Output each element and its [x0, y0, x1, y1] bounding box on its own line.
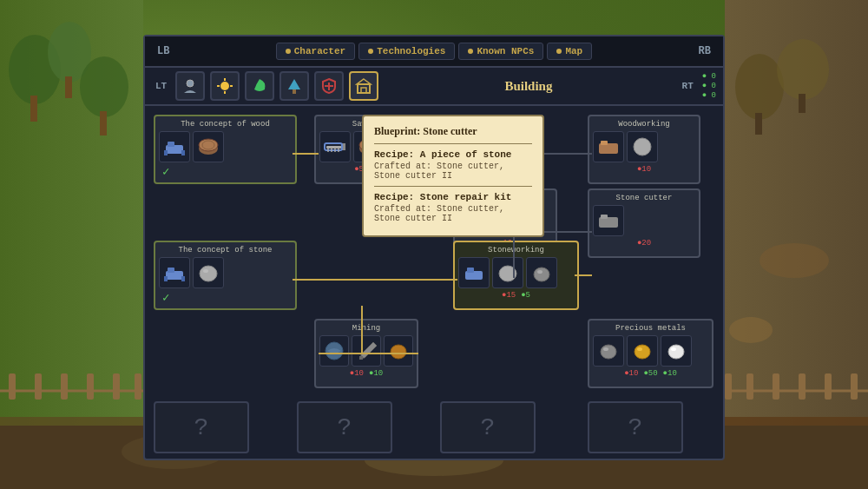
svg-point-77 — [200, 266, 217, 281]
svg-rect-58 — [181, 150, 185, 155]
svg-rect-17 — [799, 94, 806, 113]
svg-rect-2 — [30, 96, 37, 122]
stoneworking-item-1 — [458, 257, 490, 288]
svg-point-93 — [635, 345, 650, 359]
tab-character[interactable]: Character — [276, 43, 355, 60]
stone-item-1 — [159, 257, 190, 288]
svg-point-19 — [729, 317, 773, 343]
woodworking-title: Woodworking — [593, 120, 695, 129]
node-stoneworking[interactable]: Stoneworking — [453, 241, 579, 310]
svg-rect-10 — [61, 373, 68, 400]
stone-cutter-item-1 — [593, 205, 624, 236]
svg-point-94 — [637, 347, 642, 351]
lt-button[interactable]: LT — [152, 79, 170, 93]
svg-rect-11 — [87, 373, 94, 400]
woodworking-cost: ●10 — [593, 165, 695, 174]
world-right — [725, 0, 868, 489]
svg-rect-25 — [825, 373, 832, 400]
svg-rect-74 — [168, 268, 174, 273]
tab-map[interactable]: Map — [547, 43, 592, 60]
svg-rect-16 — [755, 113, 762, 135]
svg-rect-76 — [181, 276, 185, 281]
precious-item-2 — [627, 335, 658, 367]
stoneworking-cost: ●15 ●5 — [458, 291, 574, 300]
unknown-node-2[interactable]: ? — [297, 401, 392, 453]
woodworking-items — [593, 131, 695, 162]
precious-item-1 — [593, 335, 624, 367]
mining-cost: ●10 ●10 — [319, 369, 413, 378]
tooltip-recipe1-desc: Crafted at: Stone cutter, Stone cutter I… — [374, 162, 532, 181]
stoneworking-items — [458, 257, 574, 288]
svg-rect-13 — [135, 373, 141, 400]
mining-item-3 — [384, 335, 413, 367]
building-icon-btn[interactable] — [349, 71, 378, 101]
leaf-icon-btn[interactable] — [245, 71, 274, 101]
nav-lb[interactable]: LB — [152, 43, 174, 59]
tree-icon-btn[interactable] — [279, 71, 309, 101]
wood-item-1 — [159, 131, 190, 162]
svg-rect-26 — [851, 373, 858, 400]
svg-rect-42 — [358, 84, 370, 93]
tooltip-divider-2 — [374, 186, 532, 187]
svg-point-96 — [671, 347, 676, 351]
unknown-node-3[interactable]: ? — [440, 401, 536, 453]
tab-technologies[interactable]: Technologies — [358, 43, 455, 60]
stone-cutter-cost: ●20 — [593, 239, 695, 248]
woodworking-item-1 — [593, 131, 624, 162]
svg-point-83 — [537, 270, 542, 274]
svg-point-32 — [187, 80, 194, 87]
svg-rect-75 — [164, 276, 168, 281]
node-mining[interactable]: Mining — [314, 319, 418, 388]
svg-point-86 — [634, 138, 651, 155]
svg-point-18 — [760, 243, 829, 278]
svg-rect-24 — [799, 373, 806, 400]
main-panel: LB Character Technologies Known NPCs Map… — [143, 35, 725, 460]
svg-rect-12 — [113, 373, 120, 400]
top-nav: LB Character Technologies Known NPCs Map… — [145, 36, 723, 68]
woodworking-item-2 — [627, 131, 658, 162]
resource-3: ● 0 — [702, 91, 716, 100]
character-icon-btn[interactable] — [175, 71, 205, 101]
node-woodworking[interactable]: Woodworking ●10 — [588, 115, 700, 184]
shield-icon-btn[interactable] — [314, 71, 344, 101]
svg-rect-56 — [168, 142, 174, 147]
toolbar: LT — [145, 68, 723, 106]
tooltip-title: Blueprint: Stone cutter — [374, 125, 532, 138]
svg-rect-5 — [100, 111, 107, 135]
resource-2: ● 0 — [702, 82, 716, 90]
svg-rect-85 — [601, 141, 608, 145]
wood-concept-title: The concept of wood — [159, 120, 292, 129]
mining-title: Mining — [319, 324, 413, 333]
world-left — [0, 0, 143, 489]
stone-cutter-items — [593, 205, 695, 236]
mining-item-2 — [352, 335, 381, 367]
svg-point-82 — [534, 268, 549, 281]
sawing-item-1 — [319, 131, 351, 162]
stoneworking-item-3 — [526, 257, 557, 288]
svg-rect-39 — [293, 89, 296, 94]
unknown-node-1[interactable]: ? — [154, 401, 249, 453]
tooltip-recipe1-name: Recipe: A piece of stone — [374, 149, 532, 160]
nav-rb[interactable]: RB — [694, 43, 716, 59]
mining-items — [319, 335, 413, 367]
node-stone-cutter[interactable]: Stone cutter ●20 — [588, 188, 700, 258]
svg-rect-23 — [773, 373, 779, 400]
svg-rect-80 — [467, 268, 474, 273]
precious-item-3 — [661, 335, 692, 367]
tab-known-npcs[interactable]: Known NPCs — [458, 43, 543, 60]
resource-indicators: ● 0 ● 0 ● 0 — [702, 72, 716, 100]
svg-point-92 — [603, 347, 608, 351]
stone-concept-check: ✓ — [162, 290, 169, 305]
node-wood-concept[interactable]: The concept of wood — [154, 115, 297, 184]
svg-rect-22 — [746, 373, 753, 400]
node-precious-metals[interactable]: Precious metals — [588, 319, 713, 388]
rt-button[interactable]: RT — [679, 79, 697, 93]
sun-icon-btn[interactable] — [210, 71, 240, 101]
stoneworking-title: Stoneworking — [458, 246, 574, 254]
wood-item-2 — [193, 131, 224, 162]
svg-point-81 — [499, 266, 516, 281]
unknown-node-4[interactable]: ? — [588, 401, 683, 453]
node-stone-concept[interactable]: The concept of stone ✓ — [154, 241, 297, 310]
svg-marker-38 — [288, 79, 300, 89]
svg-point-95 — [668, 345, 684, 359]
